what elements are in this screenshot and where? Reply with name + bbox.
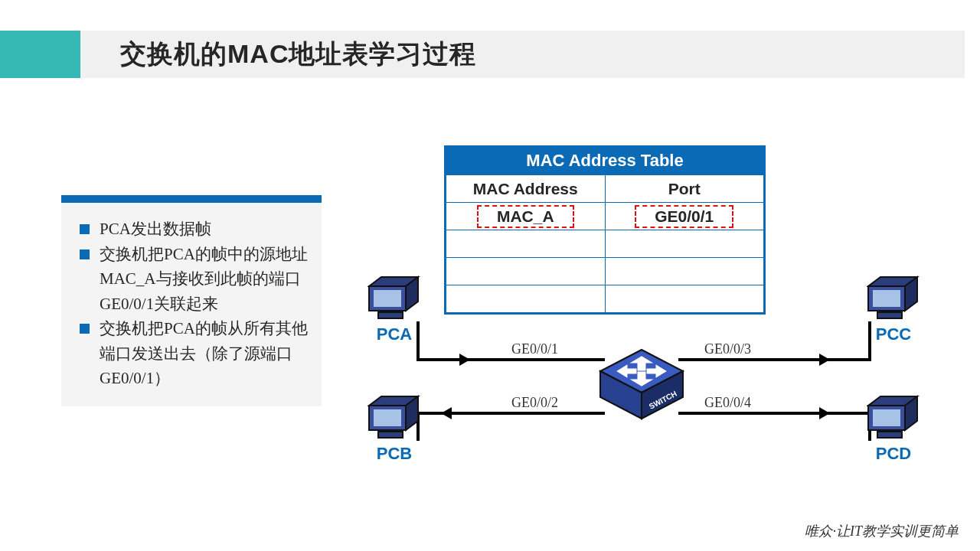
arrow-icon bbox=[441, 407, 452, 419]
network-topology: PCA PCB PCC PCD bbox=[360, 276, 926, 474]
computer-icon bbox=[867, 395, 920, 439]
port-col-header: Port bbox=[605, 175, 764, 203]
arrow-icon bbox=[819, 354, 830, 366]
mac-cell: MAC_A bbox=[477, 205, 574, 228]
port-label-4: GE0/0/4 bbox=[704, 395, 751, 411]
pc-a-label: PCA bbox=[360, 324, 429, 344]
switch-icon: SWITCH bbox=[597, 348, 686, 425]
computer-icon bbox=[368, 395, 421, 439]
title-accent bbox=[0, 31, 80, 78]
footer-slogan: 唯众·让IT教学实训更简单 bbox=[805, 522, 959, 540]
empty-cell bbox=[605, 230, 764, 258]
pc-d: PCD bbox=[859, 395, 928, 464]
mac-table-title: MAC Address Table bbox=[446, 147, 764, 174]
switch: SWITCH bbox=[597, 348, 686, 421]
page-title: 交换机的MAC地址表学习过程 bbox=[120, 37, 476, 72]
title-bar: 交换机的MAC地址表学习过程 bbox=[0, 31, 965, 78]
arrow-icon bbox=[819, 407, 830, 419]
pc-c-label: PCC bbox=[859, 324, 928, 344]
empty-cell bbox=[446, 230, 606, 258]
bullet-item: 交换机把PCA的帧中的源地址MAC_A与接收到此帧的端口GE0/0/1关联起来 bbox=[77, 242, 308, 317]
pc-a: PCA bbox=[360, 276, 429, 344]
computer-icon bbox=[867, 276, 920, 320]
port-label-1: GE0/0/1 bbox=[511, 341, 558, 357]
explanation-panel: PCA发出数据帧 交换机把PCA的帧中的源地址MAC_A与接收到此帧的端口GE0… bbox=[61, 195, 322, 406]
port-label-2: GE0/0/2 bbox=[511, 395, 558, 411]
bullet-item: PCA发出数据帧 bbox=[77, 217, 308, 242]
port-cell: GE0/0/1 bbox=[635, 205, 733, 228]
svg-rect-0 bbox=[374, 290, 401, 307]
pc-d-label: PCD bbox=[859, 444, 928, 464]
port-label-3: GE0/0/3 bbox=[704, 341, 751, 357]
panel-accent-bar bbox=[61, 195, 322, 203]
pc-b-label: PCB bbox=[360, 444, 429, 464]
computer-icon bbox=[368, 276, 421, 320]
svg-rect-1 bbox=[374, 409, 401, 426]
bullet-list: PCA发出数据帧 交换机把PCA的帧中的源地址MAC_A与接收到此帧的端口GE0… bbox=[61, 217, 322, 406]
svg-rect-2 bbox=[873, 290, 900, 307]
mac-col-header: MAC Address bbox=[446, 175, 606, 203]
bullet-item: 交换机把PCA的帧从所有其他端口发送出去（除了源端口GE0/0/1） bbox=[77, 316, 308, 391]
arrow-icon bbox=[459, 354, 470, 366]
pc-b: PCB bbox=[360, 395, 429, 464]
pc-c: PCC bbox=[859, 276, 928, 344]
svg-rect-3 bbox=[873, 409, 900, 426]
